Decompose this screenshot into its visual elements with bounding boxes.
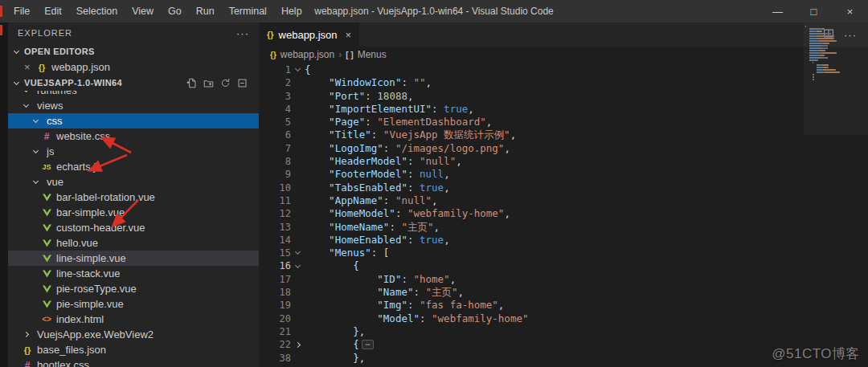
minimap-segment <box>828 64 829 66</box>
token: , <box>450 273 457 285</box>
line-number: 8 <box>259 155 291 168</box>
token <box>305 338 353 350</box>
breadcrumb-item[interactable]: webapp.json <box>280 49 334 60</box>
chevron-down-icon <box>23 91 29 92</box>
code-line: 5 "Page": "ElementDashboard", <box>259 116 868 128</box>
menu-view[interactable]: View <box>125 0 161 22</box>
token: "fas fa-home" <box>420 299 498 311</box>
explorer-more-icon[interactable]: ··· <box>236 27 249 39</box>
breadcrumb-item[interactable]: Menus <box>358 49 387 60</box>
fold-gutter <box>291 312 305 325</box>
line-number: 14 <box>259 234 291 247</box>
minimap-segment <box>828 67 829 68</box>
token: "Img" <box>377 299 407 311</box>
line-number: 11 <box>259 194 291 207</box>
code-text: "ID": "home", <box>305 273 456 286</box>
token: , <box>456 155 462 167</box>
tree-item-echarts.js[interactable]: JSecharts.js <box>8 159 259 174</box>
token: , <box>432 194 438 206</box>
token: : <box>407 234 420 246</box>
token: : <box>432 103 444 115</box>
tree-item-pie-simple.vue[interactable]: pie-simple.vue <box>8 296 259 312</box>
token: "home" <box>413 273 449 285</box>
menu-file[interactable]: File <box>6 0 37 22</box>
code-text: "HomeName": "主页", <box>305 221 440 234</box>
code-text: "Name": "主页", <box>305 286 464 299</box>
tree-item-js[interactable]: js <box>8 144 259 159</box>
minimize-button[interactable]: — <box>760 0 796 22</box>
code-text: { <box>305 63 311 76</box>
chevron-down-icon <box>33 148 39 153</box>
tree-item-runtimes[interactable]: runtimes <box>8 91 259 98</box>
tree-item-base-files.json[interactable]: {}base_files.json <box>8 342 259 357</box>
token: null <box>420 168 444 180</box>
token <box>305 312 377 324</box>
tree-item-label: pie-simple.vue <box>56 298 124 310</box>
tree-item-bar-simple.vue[interactable]: bar-simple.vue <box>8 205 259 220</box>
tree-item-bar-label-rotation.vue[interactable]: bar-label-rotation.vue <box>8 190 259 205</box>
close-button[interactable]: × <box>832 0 868 22</box>
fold-right-icon[interactable] <box>291 338 305 351</box>
token: "主页" <box>426 286 458 298</box>
tree-item-views[interactable]: views <box>8 98 259 113</box>
tree-item-line-simple.vue[interactable]: line-simple.vue <box>8 251 259 266</box>
chevron-down-icon <box>23 102 29 108</box>
css-file-icon: # <box>21 360 34 367</box>
token: "HomeModel" <box>329 207 395 219</box>
minimap-segment <box>823 43 829 44</box>
tree-item-label: js <box>47 145 54 157</box>
code-editor[interactable]: 1{2 "WindowIcon": "",3 "Port": 18088,4 "… <box>259 63 868 367</box>
tree-item-hello.vue[interactable]: hello.vue <box>8 235 259 251</box>
tab-close-icon[interactable]: × <box>346 29 352 41</box>
chevron-down-icon <box>14 79 19 84</box>
workspace-header[interactable]: VUEJSAPP-1.0-WIN64 <box>8 75 259 91</box>
collapse-all-icon[interactable] <box>237 78 248 88</box>
minimap-segment <box>826 57 827 59</box>
token <box>305 273 377 285</box>
close-icon[interactable]: × <box>24 61 35 73</box>
open-editor-webapp.json[interactable]: ×{}webapp.json <box>8 59 259 75</box>
menu-go[interactable]: Go <box>161 0 189 22</box>
fold-gutter <box>291 128 305 141</box>
code-line: 6 "Title": "VuejsApp 数据统计示例", <box>259 128 868 141</box>
fold-gutter <box>291 286 305 299</box>
fold-down-icon[interactable] <box>291 63 305 76</box>
minimap-segment <box>830 33 831 35</box>
minimap-segment <box>817 67 822 68</box>
tree-item-label: website.css <box>56 130 110 142</box>
refresh-icon[interactable] <box>220 78 231 88</box>
tree-item-pie-rosetype.vue[interactable]: pie-roseType.vue <box>8 281 259 296</box>
fold-gutter <box>291 221 305 234</box>
tree-item-index.html[interactable]: <>index.html <box>8 312 259 327</box>
menu-run[interactable]: Run <box>189 0 222 22</box>
fold-down-icon[interactable] <box>291 259 305 272</box>
tree-item-bootlex.css[interactable]: #bootlex.css <box>8 357 259 367</box>
menubar: FileEditSelectionViewGoRunTerminalHelp <box>6 0 309 22</box>
minimap-segment <box>809 52 820 54</box>
tree-item-label: index.html <box>56 313 104 325</box>
tree-item-line-stack.vue[interactable]: line-stack.vue <box>8 266 259 281</box>
new-folder-icon[interactable] <box>203 78 214 88</box>
tree-item-vue[interactable]: vue <box>8 174 259 190</box>
fold-down-icon[interactable] <box>291 247 305 259</box>
tree-item-vuejsapp.exe.webview2[interactable]: VuejsApp.exe.WebView2 <box>8 327 259 342</box>
css-file-icon: # <box>40 131 53 142</box>
open-editors-header[interactable]: OPEN EDITORS <box>8 43 259 59</box>
maximize-button[interactable]: □ <box>796 0 832 22</box>
menu-selection[interactable]: Selection <box>69 0 125 22</box>
token <box>305 103 329 115</box>
tree-item-css[interactable]: css <box>8 113 259 128</box>
line-number: 22 <box>259 338 291 351</box>
menu-terminal[interactable]: Terminal <box>222 0 274 22</box>
folded-region-icon[interactable]: ⋯ <box>362 340 374 349</box>
menu-help[interactable]: Help <box>274 0 309 22</box>
token: true <box>420 234 444 246</box>
tab-webapp-json[interactable]: {} webapp.json × <box>259 22 359 47</box>
menu-edit[interactable]: Edit <box>37 0 69 22</box>
tree-item-custom-header.vue[interactable]: custom-header.vue <box>8 220 259 235</box>
tree-item-website.css[interactable]: #website.css <box>8 128 259 144</box>
new-file-icon[interactable] <box>186 78 197 88</box>
code-line: 18 "Name": "主页", <box>259 286 868 299</box>
minimap[interactable] <box>805 25 858 80</box>
token: , <box>458 286 465 298</box>
